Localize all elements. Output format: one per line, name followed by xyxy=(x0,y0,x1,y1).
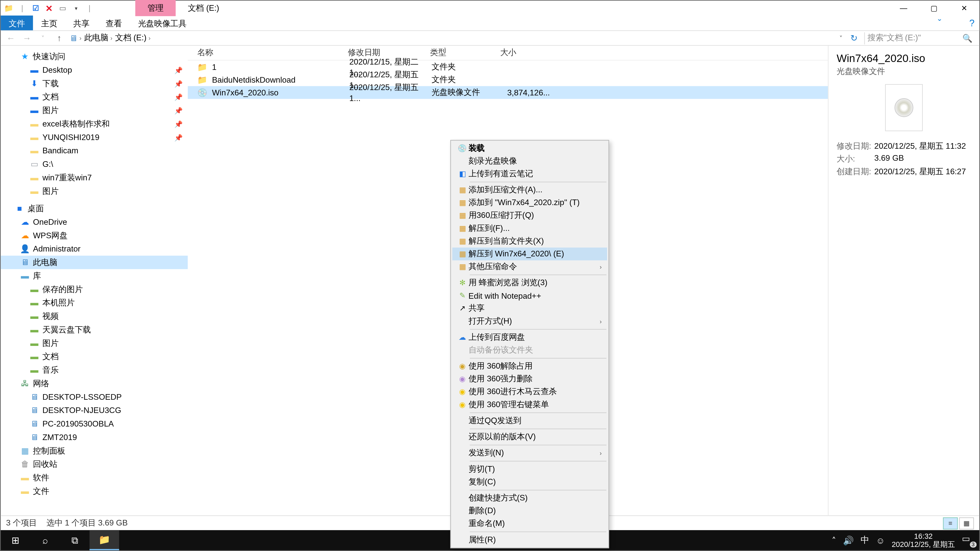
nav-forward-button[interactable]: → xyxy=(21,33,33,43)
tree-item[interactable]: ▬excel表格制作求和📌 xyxy=(1,117,188,130)
tray-volume-icon[interactable]: 🔊 xyxy=(843,535,854,545)
context-tab-manage[interactable]: 管理 xyxy=(135,0,176,16)
tree-item[interactable]: ▬天翼云盘下载 xyxy=(1,323,188,337)
tree-item[interactable]: ▬文档 xyxy=(1,350,188,363)
cm-add-zip[interactable]: ▦添加到 "Win7x64_2020.zip" (T) xyxy=(452,197,607,209)
help-button[interactable]: ? xyxy=(966,16,978,30)
tree-item[interactable]: 🖥DESKTOP-LSSOEDP xyxy=(1,390,188,404)
ribbon-toggle-icon[interactable]: ˇ xyxy=(932,16,947,30)
tree-item[interactable]: ▬音乐 xyxy=(1,363,188,377)
tree-item[interactable]: ▬文件 xyxy=(1,484,188,498)
cm-cut[interactable]: 剪切(T) xyxy=(452,463,607,475)
view-icons-button[interactable]: ▦ xyxy=(959,517,974,529)
tree-item[interactable]: ⬇下载📌 xyxy=(1,77,188,90)
tree-item[interactable]: 🗑回收站 xyxy=(1,457,188,471)
cm-delete[interactable]: 删除(D) xyxy=(452,505,607,517)
tree-item[interactable]: ▬win7重装win7 xyxy=(1,171,188,184)
tree-item[interactable]: ▬Bandicam xyxy=(1,144,188,157)
tree-libraries[interactable]: ▬库 xyxy=(1,269,188,283)
qat-delete-icon[interactable]: ✕ xyxy=(44,3,54,14)
cm-360-unlock[interactable]: ◉使用 360解除占用 xyxy=(452,360,607,373)
column-name[interactable]: 名称 xyxy=(197,47,348,59)
breadcrumb-drive[interactable]: 文档 (E:)› xyxy=(115,32,151,44)
taskbar-clock[interactable]: 16:32 2020/12/25, 星期五 xyxy=(892,532,955,548)
cm-properties[interactable]: 属性(R) xyxy=(452,534,607,546)
cm-rename[interactable]: 重命名(M) xyxy=(452,517,607,530)
search-input[interactable]: 搜索"文档 (E:)" 🔍 xyxy=(864,32,975,44)
cm-360-menu-manage[interactable]: ◉使用 360管理右键菜单 xyxy=(452,398,607,411)
cm-add-archive[interactable]: ▦添加到压缩文件(A)... xyxy=(452,184,607,197)
tree-item[interactable]: ▦控制面板 xyxy=(1,444,188,457)
tree-item[interactable]: ▬图片 xyxy=(1,184,188,198)
ribbon-tab-home[interactable]: 主页 xyxy=(33,16,65,30)
cm-send-to[interactable]: 发送到(N)› xyxy=(452,447,607,459)
column-size[interactable]: 大小 xyxy=(500,47,554,59)
ribbon-tab-view[interactable]: 查看 xyxy=(97,16,130,30)
ribbon-tab-file[interactable]: 文件 xyxy=(1,16,33,30)
file-row-selected[interactable]: 💿 Win7x64_2020.iso 2020/12/25, 星期五 1... … xyxy=(188,86,828,99)
ribbon-tab-share[interactable]: 共享 xyxy=(65,16,98,30)
cm-share[interactable]: ↗共享 xyxy=(452,302,607,315)
cm-360-trojan-scan[interactable]: ◉使用 360进行木马云查杀 xyxy=(452,386,607,398)
search-button[interactable]: ⌕ xyxy=(30,530,60,550)
tree-this-pc[interactable]: 🖥此电脑 xyxy=(1,256,188,269)
task-view-button[interactable]: ⧉ xyxy=(60,530,89,550)
address-dropdown-icon[interactable]: ˅ xyxy=(839,35,843,41)
tree-item[interactable]: ▬Desktop📌 xyxy=(1,63,188,77)
nav-back-button[interactable]: ← xyxy=(5,33,17,43)
tray-ime-smiley-icon[interactable]: ☺ xyxy=(876,535,885,545)
tree-item[interactable]: ☁WPS网盘 xyxy=(1,229,188,242)
breadcrumb[interactable]: 🖥› 此电脑› 文档 (E:)› xyxy=(69,32,835,44)
nav-up-button[interactable]: ↑ xyxy=(53,33,65,43)
tree-item[interactable]: ▬本机照片 xyxy=(1,296,188,310)
view-details-button[interactable]: ≡ xyxy=(943,517,958,529)
cm-open-360zip[interactable]: ▦用360压缩打开(Q) xyxy=(452,209,607,222)
file-row[interactable]: 📁 1 2020/12/15, 星期二 1... 文件夹 xyxy=(188,60,828,73)
nav-history-dropdown[interactable]: ˅ xyxy=(37,35,49,41)
search-icon[interactable]: 🔍 xyxy=(963,33,973,43)
qat-dropdown-icon[interactable]: ▾ xyxy=(71,3,81,14)
cm-burn[interactable]: 刻录光盘映像 xyxy=(452,155,607,168)
cm-create-shortcut[interactable]: 创建快捷方式(S) xyxy=(452,492,607,505)
cm-notepadpp[interactable]: ✎Edit with Notepad++ xyxy=(452,289,607,302)
taskbar-explorer-button[interactable]: 📁 xyxy=(89,530,119,550)
tree-item[interactable]: ▭G:\ xyxy=(1,157,188,171)
tree-item[interactable]: ▬视频 xyxy=(1,310,188,323)
tree-item[interactable]: ▬保存的图片 xyxy=(1,283,188,296)
cm-360-force-delete[interactable]: ◉使用 360强力删除 xyxy=(452,373,607,386)
tray-chevron-up-icon[interactable]: ˄ xyxy=(832,535,836,545)
cm-extract-named[interactable]: ▦解压到 Win7x64_2020\ (E) xyxy=(452,248,607,260)
cm-extract-here[interactable]: ▦解压到当前文件夹(X) xyxy=(452,235,607,248)
cm-honey-browser[interactable]: ✻用 蜂蜜浏览器 浏览(3) xyxy=(452,276,607,289)
file-row[interactable]: 📁 BaiduNetdiskDownload 2020/12/25, 星期五 1… xyxy=(188,73,828,86)
minimize-button[interactable]: — xyxy=(888,1,919,16)
tree-item[interactable]: ☁OneDrive xyxy=(1,215,188,229)
tray-ime-icon[interactable]: 中 xyxy=(861,534,869,546)
tree-item[interactable]: 🖥ZMT2019 xyxy=(1,430,188,444)
cm-qq-send[interactable]: 通过QQ发送到 xyxy=(452,414,607,427)
cm-open-with[interactable]: 打开方式(H)› xyxy=(452,315,607,327)
ribbon-tab-iso-tools[interactable]: 光盘映像工具 xyxy=(130,16,194,30)
cm-youdao[interactable]: ◧上传到有道云笔记 xyxy=(452,168,607,180)
tree-item[interactable]: 👤Administrator xyxy=(1,242,188,256)
cm-baidu-upload[interactable]: ☁上传到百度网盘 xyxy=(452,331,607,344)
cm-restore-previous[interactable]: 还原以前的版本(V) xyxy=(452,430,607,443)
start-button[interactable]: ⊞ xyxy=(1,530,30,550)
maximize-button[interactable]: ▢ xyxy=(919,1,949,16)
qat-properties-icon[interactable]: ☑ xyxy=(30,3,41,14)
cm-copy[interactable]: 复制(C) xyxy=(452,476,607,489)
refresh-button[interactable]: ↻ xyxy=(848,33,860,43)
tree-item[interactable]: 🖥DESKTOP-NJEU3CG xyxy=(1,403,188,417)
tree-item[interactable]: ▬文档📌 xyxy=(1,90,188,103)
close-button[interactable]: ✕ xyxy=(949,1,980,16)
tree-item[interactable]: 🖥PC-20190530OBLA xyxy=(1,417,188,430)
tree-item[interactable]: ▬图片 xyxy=(1,337,188,350)
tree-item[interactable]: ▬YUNQISHI2019📌 xyxy=(1,130,188,144)
tree-quick-access[interactable]: ★快速访问 xyxy=(1,50,188,63)
cm-extract-to[interactable]: ▦解压到(F)... xyxy=(452,222,607,235)
tree-item[interactable]: ▬图片📌 xyxy=(1,103,188,117)
cm-mount[interactable]: 💿装载 xyxy=(452,142,607,155)
tree-desktop[interactable]: ■桌面 xyxy=(1,202,188,215)
notification-button[interactable]: ▭ 3 xyxy=(962,534,975,547)
breadcrumb-pc[interactable]: 此电脑› xyxy=(84,32,113,44)
